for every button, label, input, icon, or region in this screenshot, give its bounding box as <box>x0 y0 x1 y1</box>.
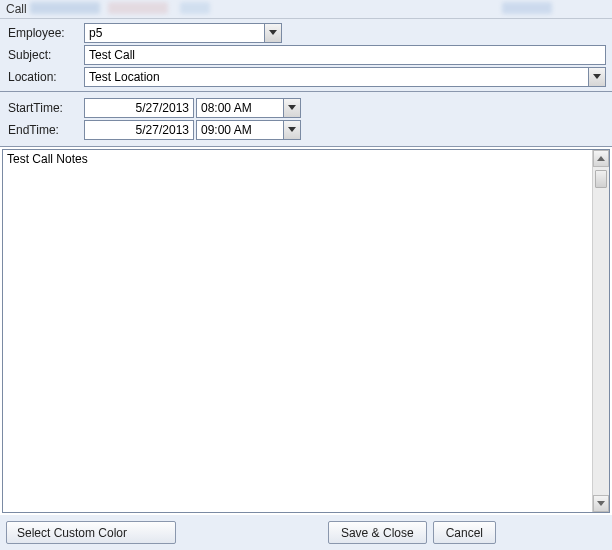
location-combo[interactable]: Test Location <box>84 67 606 87</box>
employee-row: Employee: p5 <box>4 23 608 43</box>
notes-scrollbar[interactable] <box>592 150 609 512</box>
end-time-dropdown-button[interactable] <box>283 121 300 139</box>
employee-label: Employee: <box>4 24 84 42</box>
subject-label: Subject: <box>4 46 84 64</box>
start-time-row: StartTime: 5/27/2013 08:00 AM <box>4 98 608 118</box>
notes-container <box>0 147 612 515</box>
button-bar: Select Custom Color Save & Close Cancel <box>0 515 612 550</box>
end-date-input[interactable]: 5/27/2013 <box>84 120 194 140</box>
chevron-down-icon <box>269 30 277 36</box>
location-label: Location: <box>4 68 84 86</box>
start-time-value: 08:00 AM <box>197 101 283 115</box>
employee-dropdown-button[interactable] <box>264 24 281 42</box>
start-time-combo[interactable]: 08:00 AM <box>196 98 301 118</box>
end-time-row: EndTime: 5/27/2013 09:00 AM <box>4 120 608 140</box>
notes-field <box>2 149 610 513</box>
location-value: Test Location <box>85 70 588 84</box>
svg-marker-0 <box>269 30 277 35</box>
end-time-combo[interactable]: 09:00 AM <box>196 120 301 140</box>
select-custom-color-button[interactable]: Select Custom Color <box>6 521 176 544</box>
subject-row: Subject: Test Call <box>4 45 608 65</box>
svg-marker-2 <box>288 105 296 110</box>
save-and-close-button[interactable]: Save & Close <box>328 521 427 544</box>
chevron-down-icon <box>288 105 296 111</box>
subject-input[interactable]: Test Call <box>84 45 606 65</box>
start-time-dropdown-button[interactable] <box>283 99 300 117</box>
window-title: Call <box>6 2 27 16</box>
start-date-input[interactable]: 5/27/2013 <box>84 98 194 118</box>
chevron-down-icon <box>288 127 296 133</box>
svg-marker-1 <box>593 74 601 79</box>
svg-marker-5 <box>597 501 605 506</box>
subject-value: Test Call <box>85 48 605 62</box>
employee-combo[interactable]: p5 <box>84 23 282 43</box>
scroll-down-button[interactable] <box>593 495 609 512</box>
start-time-label: StartTime: <box>4 99 84 117</box>
employee-value: p5 <box>85 26 264 40</box>
scroll-up-button[interactable] <box>593 150 609 167</box>
location-row: Location: Test Location <box>4 67 608 87</box>
call-dialog: Call Employee: p5 Subject: Test Call Loc… <box>0 0 612 550</box>
end-time-value: 09:00 AM <box>197 123 283 137</box>
form-header: Employee: p5 Subject: Test Call Location… <box>0 19 612 92</box>
end-time-label: EndTime: <box>4 121 84 139</box>
time-section: StartTime: 5/27/2013 08:00 AM EndTime: 5… <box>0 92 612 147</box>
svg-marker-4 <box>597 156 605 161</box>
chevron-up-icon <box>597 156 605 162</box>
location-dropdown-button[interactable] <box>588 68 605 86</box>
svg-marker-3 <box>288 127 296 132</box>
start-date-value: 5/27/2013 <box>136 101 189 115</box>
end-date-value: 5/27/2013 <box>136 123 189 137</box>
chevron-down-icon <box>597 501 605 507</box>
titlebar: Call <box>0 0 612 19</box>
chevron-down-icon <box>593 74 601 80</box>
background-blur <box>30 0 612 17</box>
cancel-button[interactable]: Cancel <box>433 521 496 544</box>
notes-textarea[interactable] <box>3 150 592 512</box>
scroll-thumb[interactable] <box>595 170 607 188</box>
